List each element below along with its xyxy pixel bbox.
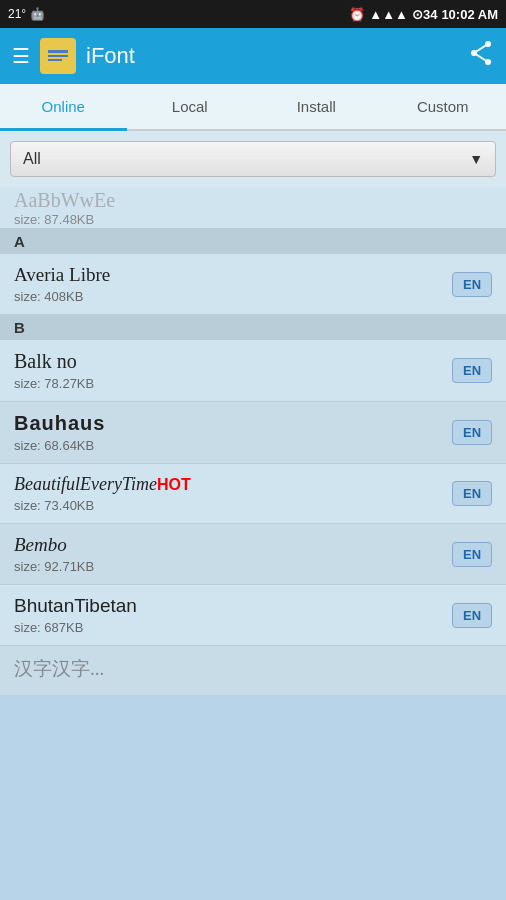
font-info: Bembo size: 92.71KB	[14, 534, 452, 574]
status-right: ⏰ ▲▲▲ ⊙34 10:02 AM	[349, 7, 498, 22]
font-size-label: size: 92.71KB	[14, 559, 452, 574]
tab-install[interactable]: Install	[253, 84, 380, 129]
svg-line-8	[474, 53, 488, 62]
font-name: Bauhaus	[14, 412, 452, 435]
partial-bottom-item: 汉字汉字...	[0, 646, 506, 696]
app-title: iFont	[86, 43, 135, 69]
font-name: Averia Libre	[14, 264, 452, 286]
section-header-b: B	[0, 315, 506, 340]
hot-badge: HOT	[157, 476, 191, 493]
filter-dropdown[interactable]: All ▼	[10, 141, 496, 177]
app-logo	[40, 38, 76, 74]
app-bar: ☰ iFont	[0, 28, 506, 84]
font-name: 汉字汉字...	[14, 656, 492, 682]
language-badge[interactable]: EN	[452, 358, 492, 383]
font-name-text: BeautifulEveryTime	[14, 474, 157, 494]
svg-rect-1	[48, 50, 68, 53]
font-info: Bauhaus size: 68.64KB	[14, 412, 452, 453]
language-badge[interactable]: EN	[452, 542, 492, 567]
font-name: Balk no	[14, 350, 452, 373]
status-bar: 21° 🤖 ⏰ ▲▲▲ ⊙34 10:02 AM	[0, 0, 506, 28]
list-item[interactable]: BeautifulEveryTimeHOT size: 73.40KB EN	[0, 464, 506, 524]
font-size-label: size: 408KB	[14, 289, 452, 304]
tabs-bar: Online Local Install Custom	[0, 84, 506, 131]
svg-line-7	[474, 44, 488, 53]
font-name: BeautifulEveryTimeHOT	[14, 474, 452, 495]
language-badge[interactable]: EN	[452, 420, 492, 445]
language-badge[interactable]: EN	[452, 272, 492, 297]
signal-icon: ▲▲▲	[369, 7, 408, 22]
font-info: BhutanTibetan size: 687KB	[14, 595, 452, 635]
partial-size-text: size: 87.48KB	[14, 212, 492, 227]
tab-online[interactable]: Online	[0, 84, 127, 129]
font-name: BhutanTibetan	[14, 595, 452, 617]
app-bar-left: ☰ iFont	[12, 38, 135, 74]
font-size-label: size: 78.27KB	[14, 376, 452, 391]
font-info: 汉字汉字...	[14, 656, 492, 685]
chevron-down-icon: ▼	[469, 151, 483, 167]
font-size-label: size: 68.64KB	[14, 438, 452, 453]
battery-icon: ⊙34	[412, 7, 437, 22]
font-size-label: size: 687KB	[14, 620, 452, 635]
font-info: Balk no size: 78.27KB	[14, 350, 452, 391]
svg-rect-3	[48, 59, 62, 61]
list-item[interactable]: BhutanTibetan size: 687KB EN	[0, 585, 506, 646]
list-item[interactable]: Averia Libre size: 408KB EN	[0, 254, 506, 315]
font-info: BeautifulEveryTimeHOT size: 73.40KB	[14, 474, 452, 513]
alarm-icon: ⏰	[349, 7, 365, 22]
list-item[interactable]: Balk no size: 78.27KB EN	[0, 340, 506, 402]
temperature: 21°	[8, 7, 26, 21]
font-info: Averia Libre size: 408KB	[14, 264, 452, 304]
dropdown-value: All	[23, 150, 41, 168]
status-left: 21° 🤖	[8, 7, 45, 21]
filter-container: All ▼	[0, 131, 506, 187]
font-list: AaBbWwEe size: 87.48KB A Averia Libre si…	[0, 187, 506, 696]
clock: 10:02 AM	[441, 7, 498, 22]
android-icon: 🤖	[30, 7, 45, 21]
language-badge[interactable]: EN	[452, 481, 492, 506]
list-item[interactable]: Bauhaus size: 68.64KB EN	[0, 402, 506, 464]
svg-rect-2	[48, 55, 68, 57]
section-header-a: A	[0, 229, 506, 254]
font-size-label: size: 73.40KB	[14, 498, 452, 513]
partial-top-item: AaBbWwEe size: 87.48KB	[0, 187, 506, 229]
tab-custom[interactable]: Custom	[380, 84, 507, 129]
tab-local[interactable]: Local	[127, 84, 254, 129]
font-name: Bembo	[14, 534, 452, 556]
language-badge[interactable]: EN	[452, 603, 492, 628]
menu-icon[interactable]: ☰	[12, 44, 30, 68]
share-icon[interactable]	[468, 40, 494, 72]
list-item[interactable]: Bembo size: 92.71KB EN	[0, 524, 506, 585]
